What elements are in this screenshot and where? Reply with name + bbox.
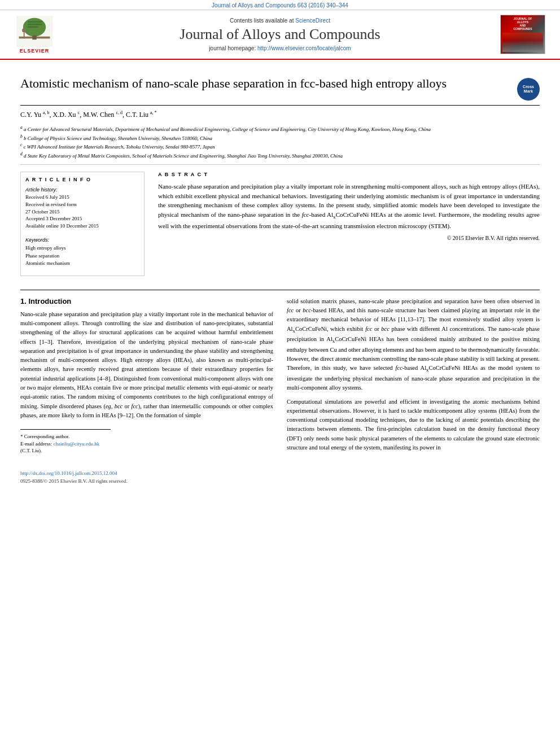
footnote-corresponding: * Corresponding author.	[20, 433, 111, 440]
footnote-area: * Corresponding author. E-mail address: …	[20, 429, 111, 455]
accepted-date: Accepted 3 December 2015	[25, 215, 139, 222]
section1-col2-para-1: solid solution matrix phases, nano-scale…	[287, 297, 540, 393]
affil-sup-a-star: a, *	[150, 110, 157, 115]
body-col-left: 1. Introduction Nano-scale phase separat…	[20, 297, 273, 457]
footnote-email-link[interactable]: chainliu@cityu.edu.hk	[53, 441, 99, 447]
article-info-col: A R T I C L E I N F O Article history: R…	[20, 172, 145, 282]
journal-cover-area: JOURNAL OF ALLOYS AND COMPOUNDS	[500, 15, 551, 54]
svg-rect-7	[28, 23, 42, 25]
affil-sup-c-label: c	[20, 142, 22, 147]
section1-col2-para-2: Computational simulations are powerful a…	[287, 397, 540, 453]
section1-title: 1. Introduction	[20, 297, 273, 305]
doi-link[interactable]: http://dx.doi.org/10.1016/j.jallcom.2015…	[20, 470, 117, 476]
journal-cover: JOURNAL OF ALLOYS AND COMPOUNDS	[500, 15, 545, 54]
body-section: 1. Introduction Nano-scale phase separat…	[20, 290, 540, 457]
page: Journal of Alloys and Compounds 663 (201…	[0, 0, 560, 488]
article-title: Atomistic mechanism of nano-scale phase …	[20, 76, 517, 92]
copyright-line: © 2015 Elsevier B.V. All rights reserved…	[158, 235, 540, 241]
journal-homepage: journal homepage: http://www.elsevier.co…	[67, 45, 493, 51]
keywords-label: Keywords:	[25, 237, 139, 243]
crossmark-icon: Cross Mark	[517, 78, 540, 101]
svg-point-4	[22, 28, 26, 32]
elsevier-logo-area: ELSEVIER	[9, 16, 60, 54]
info-abstract-section: A R T I C L E I N F O Article history: R…	[20, 165, 540, 282]
section1-para-1: Nano-scale phase separation and precipit…	[20, 310, 273, 420]
svg-rect-8	[28, 26, 38, 28]
received-date: Received 6 July 2015	[25, 194, 139, 201]
elsevier-tree-icon	[15, 16, 54, 47]
svg-rect-3	[32, 35, 36, 39]
affil-b: b b College of Physics Science and Techn…	[20, 134, 540, 142]
article-info-header: A R T I C L E I N F O	[25, 177, 139, 184]
journal-citation: Journal of Alloys and Compounds 663 (201…	[212, 2, 348, 8]
science-direct-info: Contents lists available at ScienceDirec…	[67, 18, 493, 24]
journal-header-center: Contents lists available at ScienceDirec…	[67, 18, 493, 51]
received-revised-date: 27 October 2015	[25, 208, 139, 216]
history-label: Article history:	[25, 187, 139, 193]
affil-sup-d-label: d	[20, 151, 23, 156]
science-direct-link[interactable]: ScienceDirect	[295, 18, 330, 24]
authors-section: C.Y. Yu a, b, X.D. Xu c, M.W. Chen c, d,…	[20, 106, 540, 123]
article-title-section: Atomistic mechanism of nano-scale phase …	[20, 69, 540, 106]
section1-title-text: Introduction	[28, 297, 71, 305]
body-two-col: 1. Introduction Nano-scale phase separat…	[20, 297, 540, 457]
keyword-2: Phase separation	[25, 252, 139, 260]
abstract-col: A B S T R A C T Nano-scale phase separat…	[158, 172, 540, 282]
keywords-section: Keywords: High entropy alloys Phase sepa…	[25, 234, 139, 271]
cover-title-line1: JOURNAL OF ALLOYS AND COMPOUNDS	[513, 17, 532, 30]
footnote-email: E-mail address: chainliu@cityu.edu.hk (C…	[20, 440, 111, 455]
elsevier-label: ELSEVIER	[20, 48, 50, 54]
article-history-group: Article history: Received 6 July 2015 Re…	[25, 187, 139, 229]
journal-homepage-link[interactable]: http://www.elsevier.com/locate/jalcom	[257, 45, 351, 51]
crossmark-badge: Cross Mark	[517, 78, 540, 101]
main-content: Atomistic mechanism of nano-scale phase …	[0, 60, 560, 466]
received-revised-label: Received in revised form	[25, 201, 139, 208]
rights-footer: 0925-8388/© 2015 Elsevier B.V. All right…	[0, 478, 560, 488]
affil-d: d d State Key Laboratory of Metal Matrix…	[20, 151, 540, 160]
authors-line: C.Y. Yu a, b, X.D. Xu c, M.W. Chen c, d,…	[20, 110, 540, 119]
abstract-header: A B S T R A C T	[158, 172, 540, 178]
affil-a: a a Center for Advanced Structural Mater…	[20, 125, 540, 133]
abstract-box: A B S T R A C T Nano-scale phase separat…	[158, 172, 540, 241]
article-info-box: A R T I C L E I N F O Article history: R…	[20, 172, 145, 276]
abstract-text: Nano-scale phase separation and precipit…	[158, 182, 540, 230]
affil-sup-a: a, b	[43, 110, 50, 115]
available-date: Available online 10 December 2015	[25, 222, 139, 230]
journal-title: Journal of Alloys and Compounds	[67, 26, 493, 43]
affil-sup-b-label: b	[20, 134, 23, 139]
affil-sup-a-label: a	[20, 125, 23, 130]
affil-sup-cd: c, d	[116, 110, 123, 115]
doi-footer: http://dx.doi.org/10.1016/j.jallcom.2015…	[0, 466, 560, 478]
journal-top-bar: Journal of Alloys and Compounds 663 (201…	[0, 0, 560, 10]
section1-number: 1.	[20, 297, 27, 305]
affiliations: a a Center for Advanced Structural Mater…	[20, 123, 540, 165]
journal-header: ELSEVIER Contents lists available at Sci…	[0, 10, 560, 60]
elsevier-logo: ELSEVIER	[9, 16, 60, 54]
keyword-3: Atomistic mechanism	[25, 260, 139, 268]
affil-c: c c WPI Advanced Institute for Materials…	[20, 142, 540, 151]
keyword-1: High entropy alloys	[25, 244, 139, 252]
svg-rect-6	[28, 21, 42, 23]
body-col-right: solid solution matrix phases, nano-scale…	[287, 297, 540, 457]
affil-sup-c: c	[78, 110, 80, 115]
